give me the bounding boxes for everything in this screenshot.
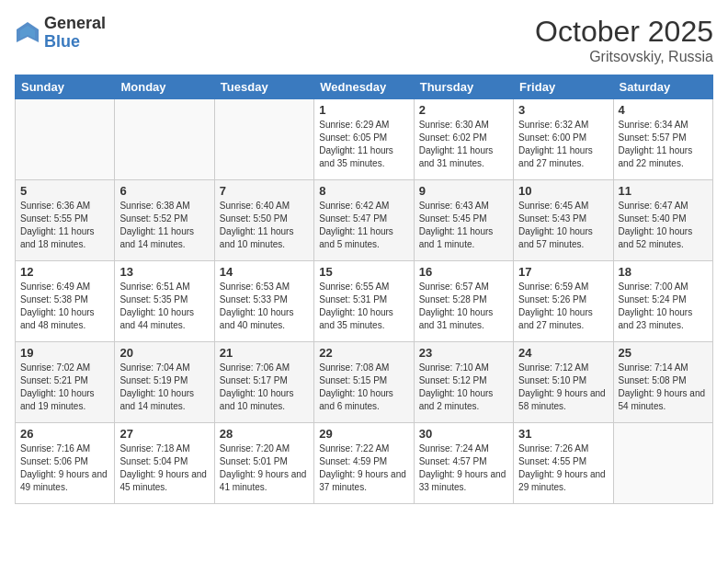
day-number: 10 xyxy=(518,184,608,198)
day-number: 21 xyxy=(220,346,309,360)
calendar-row-4: 26Sunrise: 7:16 AMSunset: 5:06 PMDayligh… xyxy=(16,423,713,504)
header: General Blue October 2025 Gritsovskiy, R… xyxy=(15,15,713,65)
calendar-cell: 19Sunrise: 7:02 AMSunset: 5:21 PMDayligh… xyxy=(16,342,115,423)
cell-text: Sunrise: 7:00 AMSunset: 5:24 PMDaylight:… xyxy=(619,281,708,332)
calendar-cell: 8Sunrise: 6:42 AMSunset: 5:47 PMDaylight… xyxy=(314,180,414,261)
calendar-cell xyxy=(115,99,214,180)
calendar-cell: 21Sunrise: 7:06 AMSunset: 5:17 PMDayligh… xyxy=(214,342,313,423)
calendar-cell: 6Sunrise: 6:38 AMSunset: 5:52 PMDaylight… xyxy=(115,180,214,261)
cell-text: Sunrise: 7:16 AMSunset: 5:06 PMDaylight:… xyxy=(20,442,109,494)
month-title: October 2025 xyxy=(535,15,713,49)
day-header-tuesday: Tuesday xyxy=(214,75,313,99)
day-header-thursday: Thursday xyxy=(414,75,513,99)
calendar-cell: 18Sunrise: 7:00 AMSunset: 5:24 PMDayligh… xyxy=(613,261,712,342)
day-number: 4 xyxy=(619,103,708,117)
day-header-friday: Friday xyxy=(514,75,613,99)
cell-text: Sunrise: 6:40 AMSunset: 5:50 PMDaylight:… xyxy=(220,200,309,251)
cell-text: Sunrise: 6:36 AMSunset: 5:55 PMDaylight:… xyxy=(20,200,109,251)
calendar-cell: 11Sunrise: 6:47 AMSunset: 5:40 PMDayligh… xyxy=(613,180,712,261)
calendar-cell: 4Sunrise: 6:34 AMSunset: 5:57 PMDaylight… xyxy=(613,99,712,180)
cell-text: Sunrise: 7:18 AMSunset: 5:04 PMDaylight:… xyxy=(119,442,209,494)
cell-text: Sunrise: 7:24 AMSunset: 4:57 PMDaylight:… xyxy=(419,442,508,494)
logo-blue: Blue xyxy=(44,33,106,52)
day-number: 24 xyxy=(518,346,608,360)
cell-text: Sunrise: 7:14 AMSunset: 5:08 PMDaylight:… xyxy=(619,362,708,413)
cell-text: Sunrise: 7:26 AMSunset: 4:55 PMDaylight:… xyxy=(518,442,608,494)
calendar-cell: 3Sunrise: 6:32 AMSunset: 6:00 PMDaylight… xyxy=(514,99,613,180)
calendar-cell: 2Sunrise: 6:30 AMSunset: 6:02 PMDaylight… xyxy=(414,99,513,180)
cell-text: Sunrise: 6:34 AMSunset: 5:57 PMDaylight:… xyxy=(619,119,708,170)
day-header-monday: Monday xyxy=(115,75,214,99)
day-number: 11 xyxy=(619,184,708,198)
day-number: 1 xyxy=(319,103,408,117)
cell-text: Sunrise: 6:55 AMSunset: 5:31 PMDaylight:… xyxy=(319,281,408,332)
day-number: 18 xyxy=(619,265,708,279)
calendar-cell: 25Sunrise: 7:14 AMSunset: 5:08 PMDayligh… xyxy=(613,342,712,423)
cell-text: Sunrise: 6:32 AMSunset: 6:00 PMDaylight:… xyxy=(518,119,608,170)
day-number: 16 xyxy=(419,265,508,279)
logo-icon xyxy=(15,20,40,46)
day-number: 25 xyxy=(619,346,708,360)
cell-text: Sunrise: 7:22 AMSunset: 4:59 PMDaylight:… xyxy=(319,442,408,494)
cell-text: Sunrise: 6:51 AMSunset: 5:35 PMDaylight:… xyxy=(119,281,209,332)
calendar-cell xyxy=(613,423,712,504)
calendar-cell: 1Sunrise: 6:29 AMSunset: 6:05 PMDaylight… xyxy=(314,99,414,180)
calendar-cell: 28Sunrise: 7:20 AMSunset: 5:01 PMDayligh… xyxy=(214,423,313,504)
calendar-cell: 31Sunrise: 7:26 AMSunset: 4:55 PMDayligh… xyxy=(514,423,613,504)
cell-text: Sunrise: 6:38 AMSunset: 5:52 PMDaylight:… xyxy=(119,200,209,251)
calendar-cell: 23Sunrise: 7:10 AMSunset: 5:12 PMDayligh… xyxy=(414,342,513,423)
calendar-cell: 17Sunrise: 6:59 AMSunset: 5:26 PMDayligh… xyxy=(514,261,613,342)
calendar-cell: 10Sunrise: 6:45 AMSunset: 5:43 PMDayligh… xyxy=(514,180,613,261)
calendar-cell: 26Sunrise: 7:16 AMSunset: 5:06 PMDayligh… xyxy=(16,423,115,504)
calendar-cell xyxy=(16,99,115,180)
calendar-cell: 22Sunrise: 7:08 AMSunset: 5:15 PMDayligh… xyxy=(314,342,414,423)
day-header-wednesday: Wednesday xyxy=(314,75,414,99)
calendar-row-1: 5Sunrise: 6:36 AMSunset: 5:55 PMDaylight… xyxy=(16,180,713,261)
calendar-cell: 12Sunrise: 6:49 AMSunset: 5:38 PMDayligh… xyxy=(16,261,115,342)
cell-text: Sunrise: 6:29 AMSunset: 6:05 PMDaylight:… xyxy=(319,119,408,170)
location-title: Gritsovskiy, Russia xyxy=(535,49,713,65)
cell-text: Sunrise: 6:59 AMSunset: 5:26 PMDaylight:… xyxy=(518,281,608,332)
calendar-cell: 13Sunrise: 6:51 AMSunset: 5:35 PMDayligh… xyxy=(115,261,214,342)
cell-text: Sunrise: 7:06 AMSunset: 5:17 PMDaylight:… xyxy=(220,362,309,413)
cell-text: Sunrise: 7:02 AMSunset: 5:21 PMDaylight:… xyxy=(20,362,109,413)
day-number: 6 xyxy=(119,184,209,198)
day-number: 19 xyxy=(20,346,109,360)
calendar-cell: 7Sunrise: 6:40 AMSunset: 5:50 PMDaylight… xyxy=(214,180,313,261)
cell-text: Sunrise: 6:42 AMSunset: 5:47 PMDaylight:… xyxy=(319,200,408,251)
cell-text: Sunrise: 7:10 AMSunset: 5:12 PMDaylight:… xyxy=(419,362,508,413)
calendar-cell xyxy=(214,99,313,180)
calendar-cell: 30Sunrise: 7:24 AMSunset: 4:57 PMDayligh… xyxy=(414,423,513,504)
day-number: 31 xyxy=(518,427,608,441)
day-number: 26 xyxy=(20,427,109,441)
logo-general: General xyxy=(44,15,106,33)
calendar-cell: 27Sunrise: 7:18 AMSunset: 5:04 PMDayligh… xyxy=(115,423,214,504)
day-number: 2 xyxy=(419,103,508,117)
day-number: 22 xyxy=(319,346,408,360)
calendar-row-2: 12Sunrise: 6:49 AMSunset: 5:38 PMDayligh… xyxy=(16,261,713,342)
cell-text: Sunrise: 6:30 AMSunset: 6:02 PMDaylight:… xyxy=(419,119,508,170)
day-number: 27 xyxy=(119,427,209,441)
day-header-saturday: Saturday xyxy=(613,75,712,99)
cell-text: Sunrise: 6:49 AMSunset: 5:38 PMDaylight:… xyxy=(20,281,109,332)
calendar-cell: 29Sunrise: 7:22 AMSunset: 4:59 PMDayligh… xyxy=(314,423,414,504)
title-block: October 2025 Gritsovskiy, Russia xyxy=(535,15,713,65)
calendar-row-3: 19Sunrise: 7:02 AMSunset: 5:21 PMDayligh… xyxy=(16,342,713,423)
cell-text: Sunrise: 6:53 AMSunset: 5:33 PMDaylight:… xyxy=(220,281,309,332)
calendar-cell: 24Sunrise: 7:12 AMSunset: 5:10 PMDayligh… xyxy=(514,342,613,423)
day-number: 12 xyxy=(20,265,109,279)
day-number: 30 xyxy=(419,427,508,441)
cell-text: Sunrise: 7:20 AMSunset: 5:01 PMDaylight:… xyxy=(220,442,309,494)
calendar-table: SundayMondayTuesdayWednesdayThursdayFrid… xyxy=(15,75,713,504)
day-number: 20 xyxy=(119,346,209,360)
cell-text: Sunrise: 6:57 AMSunset: 5:28 PMDaylight:… xyxy=(419,281,508,332)
day-number: 3 xyxy=(518,103,608,117)
calendar-cell: 5Sunrise: 6:36 AMSunset: 5:55 PMDaylight… xyxy=(16,180,115,261)
day-number: 7 xyxy=(220,184,309,198)
day-number: 9 xyxy=(419,184,508,198)
cell-text: Sunrise: 7:12 AMSunset: 5:10 PMDaylight:… xyxy=(518,362,608,413)
day-number: 15 xyxy=(319,265,408,279)
calendar-container: General Blue October 2025 Gritsovskiy, R… xyxy=(0,0,728,563)
day-number: 28 xyxy=(220,427,309,441)
calendar-cell: 15Sunrise: 6:55 AMSunset: 5:31 PMDayligh… xyxy=(314,261,414,342)
